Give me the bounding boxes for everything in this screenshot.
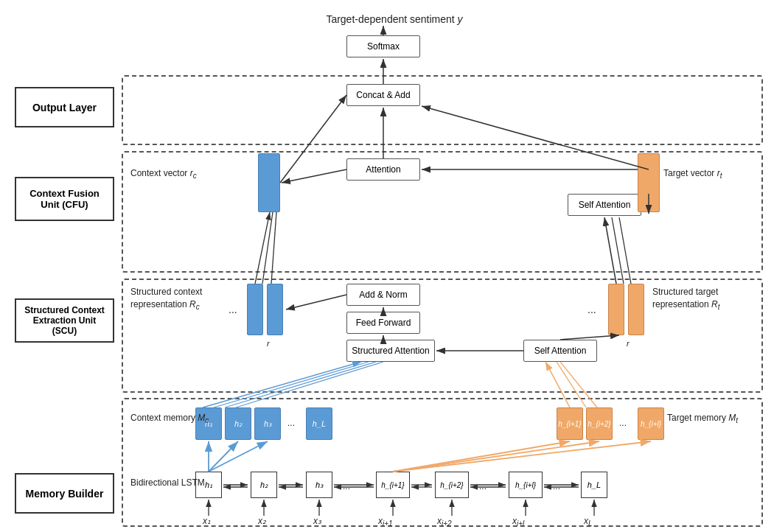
self-attention-bottom-block: Self Attention [523,340,597,362]
lstm-hil: h_{i+l} [509,472,543,498]
scu-label: Structured ContextExtraction Unit (SCU) [15,298,114,343]
page-title: Target-dependent sentiment y [229,13,560,25]
lstm-dots1: ... [343,481,350,491]
target-vector-block [638,153,660,212]
lstm-dots3: ... [553,481,560,491]
context-vector-block [258,153,280,212]
attention-block: Attention [346,158,420,181]
x1-label: x₁ [203,516,211,526]
tgt-hil-block: h_{i+l} [638,407,664,440]
scu-ctx-dots: ... [229,304,237,315]
ctx-h2-block: h₂ [225,407,251,440]
ctx-memory-label: Context memory Mc [130,413,209,424]
tgt-hi2-block: h_{i+2} [586,407,613,440]
struct-ctx-block-2 [267,284,283,335]
bilstm-label: Bidirectional LSTM [130,477,205,488]
struct-tgt-block-2 [628,284,644,335]
output-layer-label: Output Layer [15,87,114,127]
r-label-right: r [627,339,630,348]
xi2-label: xi+2 [437,516,452,528]
lstm-h3: h₃ [306,472,332,498]
diagram-container: Target-dependent sentiment y Output Laye… [7,7,767,525]
tgt-dots-label: ... [619,418,627,428]
r-label-left: r [267,339,270,348]
x3-label: x₃ [313,516,321,526]
softmax-block: Softmax [346,35,420,57]
ctx-h3-block: h₃ [254,407,281,440]
memory-builder-label: Memory Builder [15,473,114,514]
self-attention-top-block: Self Attention [568,194,641,216]
xL-label: xL [584,516,593,528]
context-vector-label: Context vector rc [130,168,197,180]
lstm-h2: h₂ [251,472,277,498]
feed-forward-block: Feed Forward [346,312,420,334]
lstm-hi2: h_{i+2} [435,472,469,498]
struct-tgt-block-1 [608,284,624,335]
tgt-hi1-block: h_{i+1} [557,407,583,440]
struct-ctx-label: Structured contextrepresentation Rc [130,286,202,312]
ctx-dots-label: ... [287,418,295,428]
xil-label: xi+l [512,516,524,528]
x2-label: x₂ [258,516,266,526]
output-layer-region [122,75,763,145]
lstm-hL: h_L [581,472,607,498]
xi1-label: xi+1 [378,516,393,528]
tgt-memory-label: Target memory Mt [667,413,738,424]
scu-tgt-dots: ... [588,304,596,315]
lstm-hi1: h_{i+1} [376,472,410,498]
concat-add-block: Concat & Add [346,84,420,106]
target-vector-label: Target vector rt [663,168,722,180]
lstm-dots2: ... [479,481,487,491]
cfu-label: Context FusionUnit (CFU) [15,177,114,221]
struct-tgt-label: Structured targetrepresentation Rt [652,286,720,312]
ctx-hL-block: h_L [306,407,332,440]
add-norm-block: Add & Norm [346,284,420,306]
structured-attention-block: Structured Attention [346,340,435,362]
struct-ctx-block-1 [247,284,263,335]
